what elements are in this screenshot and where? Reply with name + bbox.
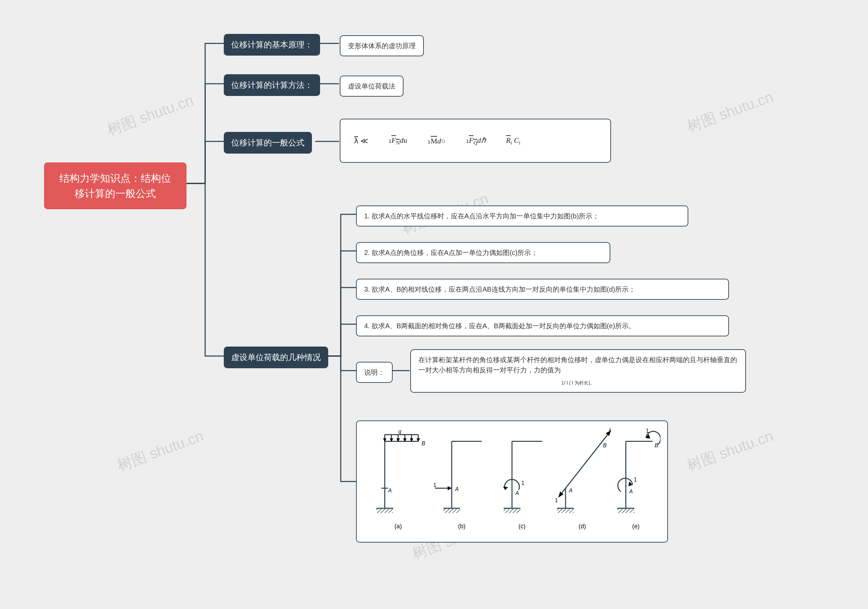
case-1[interactable]: 1. 欲求A点的水平线位移时，应在A点沿水平方向加一单位集中力如图(b)所示； bbox=[356, 206, 688, 226]
svg-text:B: B bbox=[603, 443, 607, 448]
formula-p2c: N bbox=[396, 140, 400, 146]
diagram-a: q B A (a) bbox=[377, 429, 425, 530]
svg-text:1: 1 bbox=[608, 428, 611, 432]
root-line1: 结构力学知识点：结构位 bbox=[51, 170, 180, 186]
svg-marker-34 bbox=[503, 487, 508, 490]
svg-text:(a): (a) bbox=[394, 523, 402, 530]
svg-text:1: 1 bbox=[433, 482, 436, 488]
formula-p4c: Q bbox=[473, 140, 477, 146]
svg-text:1: 1 bbox=[646, 428, 649, 434]
watermark: 树图 shutu.cn bbox=[684, 426, 776, 476]
formula-p4b-over: FQ bbox=[469, 136, 477, 144]
formula-p4: ₁FQdℏ bbox=[466, 135, 486, 147]
svg-rect-37 bbox=[504, 508, 520, 513]
diagram-d: 1 1 B A (d) bbox=[555, 428, 611, 530]
note-text[interactable]: 在计算桁架某杆件的角位移或某两个杆件的相对角位移时，虚单位力偶是设在相应杆两端的… bbox=[410, 349, 746, 393]
svg-text:1: 1 bbox=[634, 477, 637, 482]
root-node[interactable]: 结构力学知识点：结构位 移计算的一般公式 bbox=[44, 163, 186, 209]
formula-p2b-over: FN bbox=[392, 136, 400, 144]
svg-text:A: A bbox=[629, 489, 633, 494]
formula-p2b: F bbox=[392, 136, 396, 144]
leaf-unit-load[interactable]: 虚设单位荷载法 bbox=[340, 76, 403, 97]
svg-text:(d): (d) bbox=[579, 523, 586, 530]
leaf-virtual-work[interactable]: 变形体体系的虚功原理 bbox=[340, 35, 424, 56]
formula-p2a: ₁ bbox=[389, 136, 392, 144]
svg-line-41 bbox=[566, 442, 603, 488]
formula-p3c: d○ bbox=[437, 136, 445, 145]
svg-text:(e): (e) bbox=[632, 523, 640, 530]
svg-rect-29 bbox=[443, 508, 460, 513]
branch-method[interactable]: 位移计算的计算方法： bbox=[224, 74, 320, 96]
diagram-b: 1 A (b) bbox=[433, 442, 482, 530]
svg-rect-20 bbox=[377, 508, 393, 513]
formula-p1: λ̅ ≪ bbox=[354, 135, 368, 147]
svg-text:B: B bbox=[422, 440, 425, 446]
svg-rect-50 bbox=[557, 508, 574, 513]
diagram-e: 1 B 1 A (e) bbox=[617, 428, 660, 530]
svg-text:A: A bbox=[455, 486, 459, 492]
formula-p2d: du bbox=[400, 136, 407, 144]
svg-text:(b): (b) bbox=[458, 523, 465, 530]
svg-text:1: 1 bbox=[521, 480, 524, 486]
root-line2: 移计算的一般公式 bbox=[51, 186, 180, 201]
formula-p3a: ₁ bbox=[428, 136, 431, 145]
diagram-c: 1 A (c) bbox=[503, 442, 542, 530]
formula-p5e: i bbox=[519, 140, 520, 146]
svg-text:A: A bbox=[515, 490, 519, 496]
svg-text:(c): (c) bbox=[518, 523, 525, 530]
svg-rect-61 bbox=[617, 508, 634, 513]
diagram-node[interactable]: q B A (a) 1 A (b) 1 bbox=[356, 420, 668, 542]
branch-cases[interactable]: 虚设单位荷载的几种情况 bbox=[224, 347, 328, 368]
svg-text:A: A bbox=[388, 488, 392, 493]
formula-p5: Ri Ci bbox=[506, 135, 521, 147]
note-text-body: 在计算桁架某杆件的角位移或某两个杆件的相对角位移时，虚单位力偶是设在相应杆两端的… bbox=[418, 356, 737, 373]
case-2[interactable]: 2. 欲求A点的角位移，应在A点加一单位力偶如图(c)所示； bbox=[356, 242, 610, 263]
note-formula: 1/ l ( l 为杆长)。 bbox=[561, 380, 595, 386]
case-3[interactable]: 3. 欲求A、B的相对线位移，应在两点沿AB连线方向加一对反向的单位集中力如图(… bbox=[356, 279, 729, 300]
formula-p4d: dℏ bbox=[477, 136, 486, 144]
branch-formula[interactable]: 位移计算的一般公式 bbox=[224, 132, 312, 153]
formula-p5a: R bbox=[506, 136, 511, 144]
mechanics-diagrams: q B A (a) 1 A (b) 1 bbox=[363, 428, 660, 535]
svg-text:1: 1 bbox=[555, 497, 558, 503]
formula-p2: ₁FNdu bbox=[389, 135, 408, 147]
formula-node[interactable]: λ̅ ≪ ₁FNdu ₁Md○ ₁FQdℏ Ri Ci bbox=[340, 119, 611, 163]
watermark: 树图 shutu.cn bbox=[115, 426, 206, 476]
branch-principle[interactable]: 位移计算的基本原理： bbox=[224, 34, 320, 56]
watermark: 树图 shutu.cn bbox=[104, 90, 196, 140]
formula-p4a: ₁ bbox=[466, 136, 469, 144]
svg-text:B: B bbox=[655, 443, 659, 448]
formula-p4b: F bbox=[469, 136, 473, 144]
svg-text:A: A bbox=[569, 488, 573, 493]
formula-p3: ₁Md○ bbox=[428, 135, 445, 147]
svg-marker-26 bbox=[448, 486, 452, 490]
formula-p3b: M bbox=[431, 136, 437, 145]
formula-p5d: C bbox=[512, 136, 519, 144]
watermark: 树图 shutu.cn bbox=[684, 87, 776, 136]
formula-p5a-over: R bbox=[506, 136, 511, 144]
svg-text:q: q bbox=[398, 429, 401, 434]
note-branch[interactable]: 说明： bbox=[356, 362, 393, 383]
case-4[interactable]: 4. 欲求A、B两截面的相对角位移，应在A、B两截面处加一对反向的单位力偶如图(… bbox=[356, 315, 729, 336]
